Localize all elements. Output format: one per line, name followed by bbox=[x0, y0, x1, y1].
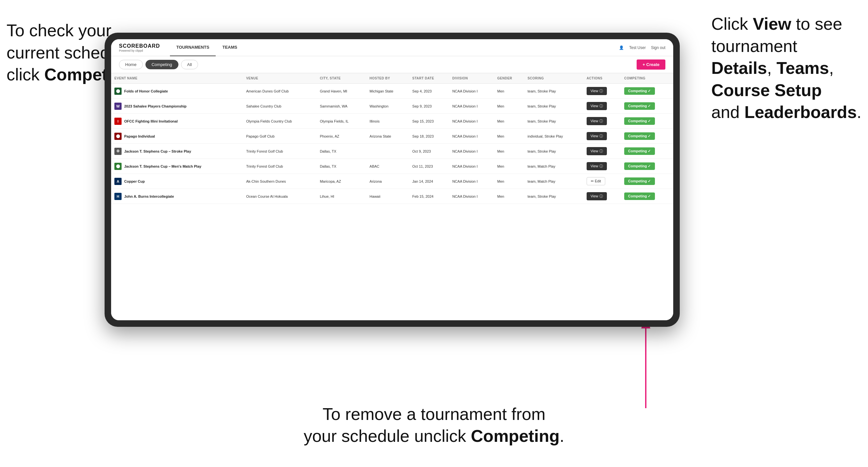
filter-tab-all[interactable]: All bbox=[181, 60, 198, 69]
competing-cell: Competing ✓ bbox=[621, 99, 673, 114]
scoring-cell: team, Stroke Play bbox=[524, 189, 583, 204]
view-button[interactable]: View ⓘ bbox=[587, 162, 607, 170]
scoring-cell: individual, Stroke Play bbox=[524, 129, 583, 144]
event-name-text: 2023 Sahalee Players Championship bbox=[124, 104, 187, 108]
competing-badge[interactable]: Competing ✓ bbox=[624, 192, 655, 200]
nav-links: TOURNAMENTS TEAMS bbox=[170, 39, 619, 56]
start-date-cell: Sep 9, 2023 bbox=[409, 99, 449, 114]
start-date-cell: Oct 9, 2023 bbox=[409, 144, 449, 159]
hosted-by-cell: Hawaii bbox=[366, 189, 409, 204]
table-row: A Copper Cup Ak-Chin Southern DunesMaric… bbox=[111, 174, 673, 189]
view-button[interactable]: View ⓘ bbox=[587, 192, 607, 200]
competing-cell: Competing ✓ bbox=[621, 174, 673, 189]
filter-tab-home[interactable]: Home bbox=[119, 60, 143, 69]
scoring-cell: team, Stroke Play bbox=[524, 99, 583, 114]
event-name-cell: ⬤ Jackson T. Stephens Cup – Men's Match … bbox=[114, 163, 240, 170]
city-state-cell: Lihue, HI bbox=[317, 189, 366, 204]
competing-badge[interactable]: Competing ✓ bbox=[624, 162, 655, 170]
division-cell: NCAA Division I bbox=[449, 144, 494, 159]
competing-badge[interactable]: Competing ✓ bbox=[624, 178, 655, 185]
venue-cell: American Dunes Golf Club bbox=[243, 84, 316, 99]
table-row: ⬤ Papago Individual Papago Golf ClubPhoe… bbox=[111, 129, 673, 144]
event-name-cell: ⬤ Papago Individual bbox=[114, 133, 240, 140]
nav-link-teams[interactable]: TEAMS bbox=[216, 39, 244, 56]
event-name-cell: A Copper Cup bbox=[114, 178, 240, 185]
gender-cell: Men bbox=[494, 84, 525, 99]
competing-badge[interactable]: Competing ✓ bbox=[624, 132, 655, 140]
start-date-cell: Sep 15, 2023 bbox=[409, 114, 449, 129]
view-button[interactable]: View ⓘ bbox=[587, 87, 607, 95]
user-name: Test User bbox=[629, 45, 646, 50]
logo-sub-text: Powered by clippd bbox=[119, 49, 160, 52]
scoring-cell: team, Stroke Play bbox=[524, 114, 583, 129]
gender-cell: Men bbox=[494, 114, 525, 129]
col-start-date: START DATE bbox=[409, 73, 449, 84]
filter-bar: Home Competing All + Create bbox=[111, 56, 673, 73]
division-cell: NCAA Division I bbox=[449, 99, 494, 114]
competing-cell: Competing ✓ bbox=[621, 114, 673, 129]
actions-cell: View ⓘ bbox=[583, 84, 621, 99]
col-division: DIVISION bbox=[449, 73, 494, 84]
event-name-cell: ⬤ Folds of Honor Collegiate bbox=[114, 88, 240, 95]
competing-badge[interactable]: Competing ✓ bbox=[624, 117, 655, 125]
gender-cell: Men bbox=[494, 129, 525, 144]
city-state-cell: Dallas, TX bbox=[317, 159, 366, 174]
event-name-cell: I OFCC Fighting Illini Invitational bbox=[114, 118, 240, 125]
event-name-text: Papago Individual bbox=[124, 134, 155, 138]
view-button[interactable]: View ⓘ bbox=[587, 102, 607, 110]
venue-cell: Ocean Course At Hokuala bbox=[243, 189, 316, 204]
competing-cell: Competing ✓ bbox=[621, 189, 673, 204]
table-header-row: EVENT NAME VENUE CITY, STATE HOSTED BY S… bbox=[111, 73, 673, 84]
hosted-by-cell: Michigan State bbox=[366, 84, 409, 99]
competing-cell: Competing ✓ bbox=[621, 159, 673, 174]
event-name-text: OFCC Fighting Illini Invitational bbox=[124, 119, 178, 123]
event-name-text: Copper Cup bbox=[124, 179, 145, 183]
scoring-cell: team, Stroke Play bbox=[524, 84, 583, 99]
division-cell: NCAA Division I bbox=[449, 189, 494, 204]
actions-cell: View ⓘ bbox=[583, 99, 621, 114]
competing-badge[interactable]: Competing ✓ bbox=[624, 147, 655, 155]
venue-cell: Ak-Chin Southern Dunes bbox=[243, 174, 316, 189]
competing-badge[interactable]: Competing ✓ bbox=[624, 102, 655, 110]
actions-cell: View ⓘ bbox=[583, 144, 621, 159]
col-actions: ACTIONS bbox=[583, 73, 621, 84]
hosted-by-cell: Arizona bbox=[366, 174, 409, 189]
event-name-cell: ⚙ Jackson T. Stephens Cup – Stroke Play bbox=[114, 148, 240, 155]
competing-badge[interactable]: Competing ✓ bbox=[624, 87, 655, 95]
event-name-cell: W 2023 Sahalee Players Championship bbox=[114, 103, 240, 110]
gender-cell: Men bbox=[494, 189, 525, 204]
view-button[interactable]: View ⓘ bbox=[587, 132, 607, 140]
city-state-cell: Sammamish, WA bbox=[317, 99, 366, 114]
filter-tab-competing[interactable]: Competing bbox=[146, 60, 179, 69]
sign-out-link[interactable]: Sign out bbox=[651, 45, 665, 50]
edit-button[interactable]: ✏ Edit bbox=[587, 177, 605, 185]
start-date-cell: Sep 4, 2023 bbox=[409, 84, 449, 99]
division-cell: NCAA Division I bbox=[449, 159, 494, 174]
hosted-by-cell: Arizona State bbox=[366, 129, 409, 144]
tablet-screen: SCOREBOARD Powered by clippd TOURNAMENTS… bbox=[111, 39, 673, 320]
view-button[interactable]: View ⓘ bbox=[587, 117, 607, 125]
view-button[interactable]: View ⓘ bbox=[587, 147, 607, 155]
event-name-text: Jackson T. Stephens Cup – Men's Match Pl… bbox=[124, 164, 201, 168]
nav-right: 👤 Test User Sign out bbox=[619, 45, 665, 50]
hosted-by-cell: ABAC bbox=[366, 159, 409, 174]
nav-link-tournaments[interactable]: TOURNAMENTS bbox=[170, 39, 216, 56]
division-cell: NCAA Division I bbox=[449, 174, 494, 189]
actions-cell: View ⓘ bbox=[583, 189, 621, 204]
event-name-text: John A. Burns Intercollegiate bbox=[124, 194, 174, 198]
city-state-cell: Olympia Fields, IL bbox=[317, 114, 366, 129]
city-state-cell: Grand Haven, MI bbox=[317, 84, 366, 99]
scoring-cell: team, Match Play bbox=[524, 159, 583, 174]
annotation-bottom: To remove a tournament from your schedul… bbox=[0, 403, 868, 447]
start-date-cell: Sep 18, 2023 bbox=[409, 129, 449, 144]
hosted-by-cell bbox=[366, 144, 409, 159]
annotation-top-right: Click View to see tournament Details, Te… bbox=[711, 13, 862, 124]
venue-cell: Trinity Forest Golf Club bbox=[243, 144, 316, 159]
hosted-by-cell: Illinois bbox=[366, 114, 409, 129]
col-event-name: EVENT NAME bbox=[111, 73, 243, 84]
scoreboard-logo: SCOREBOARD Powered by clippd bbox=[119, 43, 160, 52]
venue-cell: Sahalee Country Club bbox=[243, 99, 316, 114]
actions-cell: View ⓘ bbox=[583, 159, 621, 174]
create-button[interactable]: + Create bbox=[637, 60, 665, 70]
hosted-by-cell: Washington bbox=[366, 99, 409, 114]
